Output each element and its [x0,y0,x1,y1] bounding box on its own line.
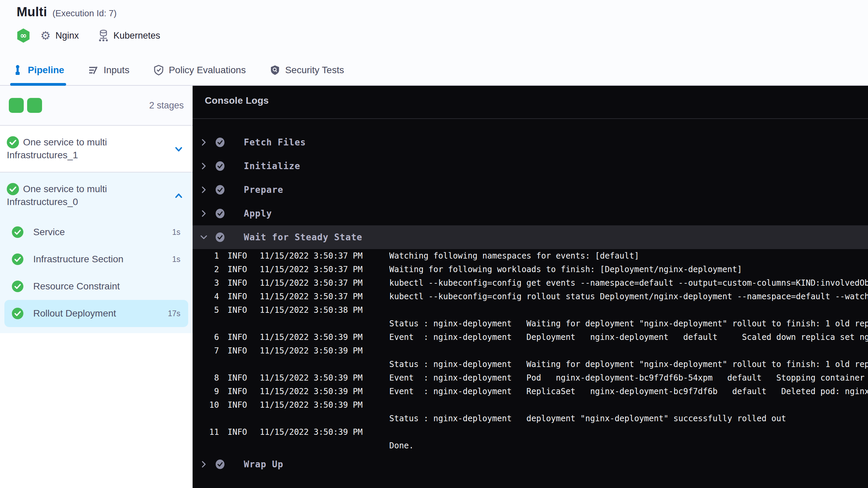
service-item[interactable]: ⚙ Nginx [40,30,79,41]
step-item-rollout-deployment[interactable]: Rollout Deployment 17s [4,300,188,327]
step-success-icon [216,185,224,195]
step-label: Resource Constraint [33,281,120,292]
svg-text:∞: ∞ [20,31,27,40]
step-success-icon [216,232,224,242]
step-duration: 17s [168,309,180,318]
log-line: 3INFO11/15/2022 3:50:37 PMkubectl --kube… [193,276,868,290]
step-label: Infrastructure Section [33,254,123,265]
chevron-down-icon [199,234,208,241]
page-title: Multi [17,5,47,19]
chevron-right-icon [200,460,207,469]
chevron-right-icon [200,185,207,194]
stage-name: One service to multi Infrastructures_1 [7,136,172,162]
execution-id: (Execution Id: 7) [53,8,117,19]
console-step-label: Wrap Up [244,459,283,469]
harness-logo-icon: ∞ [17,28,30,43]
inputs-icon [88,65,99,76]
stage-item-infrastructures-1[interactable]: One service to multi Infrastructures_1 [0,126,193,172]
chevron-right-icon [200,209,207,218]
chevron-down-icon[interactable] [174,144,184,154]
stage-group-infrastructures-0: One service to multi Infrastructures_0 S… [0,172,193,333]
stage-summary: 2 stages [0,86,193,126]
stage-status-square [27,98,42,113]
tab-policy-evaluations[interactable]: Policy Evaluations [151,55,248,85]
gear-icon: ⚙ [40,30,51,41]
shield-check-icon [153,65,164,76]
chevron-up-icon[interactable] [174,191,184,201]
console-step-label: Initialize [244,161,300,171]
tab-inputs[interactable]: Inputs [86,55,131,85]
page-header: Multi (Execution Id: 7) ∞ ⚙ Nginx Kuber [0,0,868,55]
stage-status-square [9,98,24,113]
log-line: 10INFO11/15/2022 3:50:39 PM [193,398,868,412]
step-success-icon [216,209,224,218]
log-line: 2INFO11/15/2022 3:50:37 PMWaiting for fo… [193,263,868,276]
console-step-initialize[interactable]: Initialize [193,154,868,178]
kubernetes-icon [98,29,109,42]
console-step-label: Fetch Files [244,137,306,147]
log-line: 11INFO11/15/2022 3:50:39 PM [193,425,868,439]
stages-sidebar: 2 stages One service to multi Infrastruc… [0,86,193,488]
console-step-label: Prepare [244,185,283,195]
success-check-icon [7,183,19,195]
step-success-icon [216,460,224,469]
log-line: Status : nginx-deployment Waiting for de… [193,358,868,371]
log-line: 8INFO11/15/2022 3:50:39 PMEvent : nginx-… [193,371,868,385]
tab-bar: Pipeline Inputs Policy Evaluations Secur… [0,55,868,86]
success-check-icon [12,308,23,319]
active-tab-underline [10,83,66,86]
log-line: Done. [193,439,868,452]
step-label: Rollout Deployment [33,308,116,319]
pipeline-icon [12,65,23,76]
tab-policy-evaluations-label: Policy Evaluations [169,65,246,76]
console-step-wait-for-steady-state[interactable]: Wait for Steady State [193,225,868,249]
log-output: 1INFO11/15/2022 3:50:37 PMWatching follo… [193,249,868,452]
stage-label: One service to multi Infrastructures_0 [7,184,107,207]
step-duration: 1s [172,228,180,237]
step-label: Service [33,227,65,238]
service-group: ∞ [17,28,30,43]
log-line: 4INFO11/15/2022 3:50:37 PMkubectl --kube… [193,290,868,303]
log-line: 9INFO11/15/2022 3:50:39 PMEvent : nginx-… [193,385,868,398]
log-line: 7INFO11/15/2022 3:50:39 PM [193,344,868,358]
chevron-right-icon [200,138,207,147]
stage-label: One service to multi Infrastructures_1 [7,137,107,160]
console-title: Console Logs [205,95,269,106]
infrastructure-item[interactable]: Kubernetes [98,29,160,42]
stage-name: One service to multi Infrastructures_0 [7,183,172,208]
meta-row: ∞ ⚙ Nginx Kubernetes [17,28,868,43]
title-row: Multi (Execution Id: 7) [17,5,868,19]
log-line: 5INFO11/15/2022 3:50:38 PM [193,303,868,317]
log-line: Status : nginx-deployment deployment "ng… [193,412,868,425]
success-check-icon [12,281,23,292]
console-body: Fetch Files Initialize Prepare Apply [193,119,868,476]
console-step-label: Wait for Steady State [244,232,362,242]
step-success-icon [216,138,224,147]
tab-security-tests-label: Security Tests [285,65,344,76]
tab-security-tests[interactable]: Security Tests [268,55,346,85]
success-check-icon [12,226,23,238]
step-duration: 1s [172,255,180,264]
step-item-service[interactable]: Service 1s [0,219,193,246]
success-check-icon [7,136,19,148]
tab-pipeline-label: Pipeline [28,65,64,76]
success-check-icon [12,253,23,265]
chevron-right-icon [200,162,207,170]
console-step-wrap-up[interactable]: Wrap Up [193,452,868,476]
log-line: 1INFO11/15/2022 3:50:37 PMWatching follo… [193,249,868,263]
console-step-prepare[interactable]: Prepare [193,178,868,202]
console-step-fetch-files[interactable]: Fetch Files [193,130,868,154]
stage-item-infrastructures-0[interactable]: One service to multi Infrastructures_0 [0,172,193,219]
infrastructure-name: Kubernetes [114,30,160,41]
log-line: Status : nginx-deployment Waiting for de… [193,317,868,330]
shield-search-icon [270,65,280,76]
console-step-label: Apply [244,208,272,219]
console-step-apply[interactable]: Apply [193,202,868,225]
stage-count: 2 stages [149,100,184,111]
tab-pipeline[interactable]: Pipeline [10,55,66,85]
step-item-resource-constraint[interactable]: Resource Constraint [0,273,193,300]
main-area: 2 stages One service to multi Infrastruc… [0,86,868,488]
step-item-infrastructure-section[interactable]: Infrastructure Section 1s [0,246,193,273]
service-name: Nginx [55,30,79,41]
tab-inputs-label: Inputs [103,65,129,76]
